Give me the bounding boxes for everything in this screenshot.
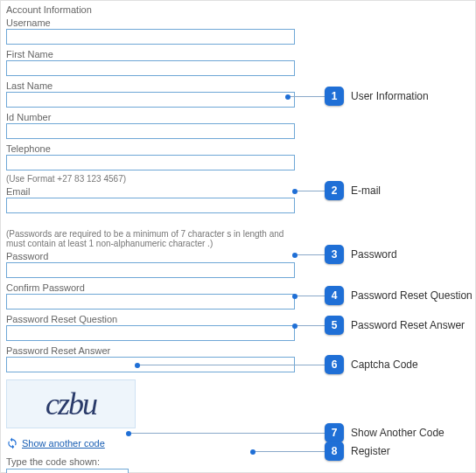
type-code-label: Type the code shown: (6, 456, 304, 467)
idnumber-field: Id Number (6, 111, 304, 139)
leader-line (297, 254, 325, 255)
callout-register: 8 Register (325, 442, 390, 461)
password-label: Password (6, 250, 304, 262)
leader-line (297, 191, 325, 191)
confirm-password-input[interactable] (6, 294, 295, 310)
callout-text: Password Reset Answer (351, 319, 465, 331)
email-input[interactable] (6, 198, 295, 213)
callout-text: Password (351, 248, 397, 261)
leader-line (290, 96, 325, 97)
idnumber-input[interactable] (6, 123, 295, 139)
callout-badge: 5 (325, 316, 344, 335)
confirm-password-label: Confirm Password (6, 282, 304, 294)
lastname-field: Last Name (6, 80, 304, 108)
username-label: Username (6, 17, 304, 29)
leader-line (297, 325, 325, 326)
reset-answer-label: Password Reset Answer (6, 344, 304, 357)
callout-badge: 2 (325, 181, 344, 200)
refresh-row: Show another code (6, 437, 304, 449)
callout-text: Register (351, 445, 390, 457)
callout-badge: 1 (325, 87, 344, 106)
email-label: Email (6, 185, 304, 198)
account-info-heading: Account Information (6, 4, 304, 15)
callout-text: E-mail (351, 184, 381, 197)
leader-line (139, 365, 325, 365)
firstname-input[interactable] (6, 60, 295, 76)
leader-line (297, 296, 325, 296)
firstname-label: First Name (6, 48, 304, 60)
telephone-input[interactable] (6, 155, 295, 170)
leader-line (255, 451, 325, 452)
callout-badge: 8 (325, 442, 344, 461)
callout-text: User Information (351, 90, 429, 102)
password-input[interactable] (6, 262, 295, 278)
callout-badge: 3 (325, 245, 344, 264)
reset-question-field: Password Reset Question (6, 313, 304, 341)
reset-question-input[interactable] (6, 325, 295, 341)
callout-show-another: 7 Show Another Code (325, 423, 444, 442)
callout-email: 2 E-mail (325, 181, 381, 200)
telephone-field: Telephone (6, 143, 304, 170)
callout-text: Show Another Code (351, 427, 444, 439)
page-container: Account Information Username First Name … (0, 0, 476, 473)
reset-answer-field: Password Reset Answer (6, 344, 304, 372)
captcha-code-input[interactable] (6, 469, 129, 473)
callout-text: Password Reset Question (351, 289, 472, 302)
callout-badge: 7 (325, 423, 344, 442)
captcha-image: czbu (6, 379, 136, 428)
callout-reset-question: 4 Password Reset Question (325, 286, 472, 305)
captcha-text: czbu (46, 386, 96, 422)
telephone-hint: (Use Format +27 83 123 4567) (6, 174, 304, 184)
firstname-field: First Name (6, 48, 304, 76)
leader-line (130, 433, 325, 434)
confirm-password-field: Confirm Password (6, 282, 304, 310)
reset-question-label: Password Reset Question (6, 313, 304, 325)
callout-user-information: 1 User Information (325, 87, 429, 106)
callout-badge: 4 (325, 286, 344, 305)
telephone-label: Telephone (6, 143, 304, 155)
refresh-icon[interactable] (6, 437, 18, 449)
username-field: Username (6, 17, 304, 45)
password-field: Password (6, 250, 304, 278)
lastname-label: Last Name (6, 80, 304, 92)
idnumber-label: Id Number (6, 111, 304, 123)
callout-badge: 6 (325, 355, 344, 374)
lastname-input[interactable] (6, 92, 295, 108)
callout-reset-answer: 5 Password Reset Answer (325, 316, 465, 335)
callout-captcha: 6 Captcha Code (325, 355, 418, 374)
show-another-code-link[interactable]: Show another code (22, 438, 105, 449)
callout-text: Captcha Code (351, 358, 418, 371)
password-hint: (Passwords are required to be a minimum … (6, 229, 286, 248)
callout-password: 3 Password (325, 245, 397, 264)
username-input[interactable] (6, 29, 295, 45)
registration-form: Account Information Username First Name … (6, 4, 304, 473)
email-field: Email (6, 185, 304, 213)
